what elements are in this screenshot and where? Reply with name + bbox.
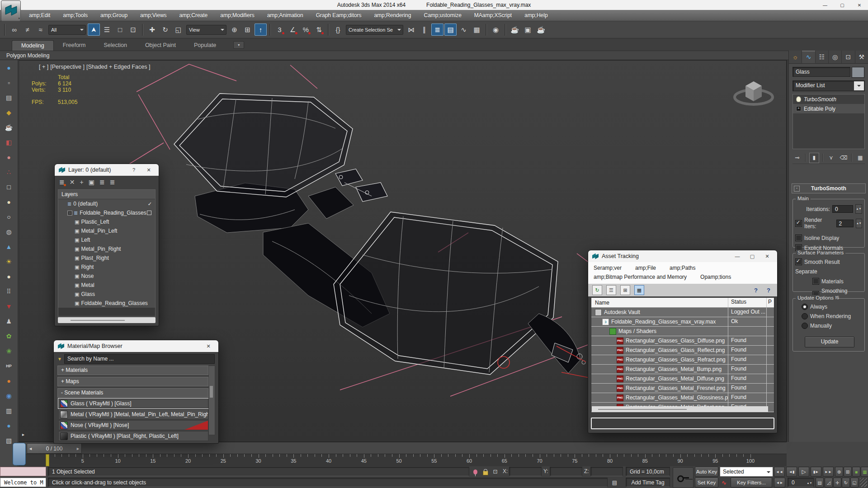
next-frame-arrow[interactable]: ► (75, 446, 81, 451)
pan-icon[interactable]: ✛ (833, 478, 841, 488)
modifier-stack-item[interactable]: TurboSmooth (793, 94, 864, 104)
go-to-start-button[interactable]: ◄◄ (774, 467, 785, 477)
hierarchy-view-icon[interactable]: ⊞ (620, 285, 630, 295)
materials-checkbox[interactable] (812, 278, 819, 285)
left-toolbar-icon-8[interactable]: ∴ (3, 166, 15, 178)
menu-camp-ustomize[interactable]: Camp;ustomize (417, 10, 467, 21)
select-and-move-icon[interactable]: ✚ (146, 23, 158, 36)
rollout-scene-materials[interactable]: - Scene Materials (57, 388, 208, 398)
highlight-selected-layer-icon[interactable]: ≣ (110, 178, 115, 186)
hierarchy-tab[interactable]: ☷ (816, 51, 829, 63)
asset-table-hscrollbar[interactable] (592, 406, 768, 412)
modify-tab[interactable]: ∿ (802, 51, 815, 63)
close-icon[interactable]: ✕ (761, 253, 773, 259)
set-current-layer-icon[interactable]: ≣ (99, 178, 105, 186)
macro-recorder-box[interactable] (0, 467, 46, 476)
left-toolbar-icon-1[interactable]: ● (3, 62, 15, 74)
menu-graph-eamp-ditors[interactable]: Graph Eamp;ditors (310, 10, 368, 21)
spinner-snap-icon[interactable]: ⇅ (313, 23, 325, 36)
asset-row[interactable]: PNGRectangular_Glasses_Glass_Diffuse.png… (591, 336, 774, 346)
ribbon-toggle-icon[interactable]: ▤ (444, 23, 457, 36)
key-filters-button[interactable]: Key Filters... (731, 478, 772, 488)
material-item[interactable]: Nose ( VRayMtl ) [Nose] (58, 420, 208, 430)
view-cube[interactable] (732, 72, 775, 113)
edit-named-selection-sets-icon[interactable]: {} (332, 23, 344, 36)
object-name-field[interactable]: Glass (793, 67, 850, 77)
pin-stack-icon[interactable]: ⊸ (793, 153, 802, 163)
left-toolbar-icon-2[interactable]: ▫ (3, 77, 15, 89)
left-toolbar-icon-5[interactable]: ☕ (3, 122, 15, 133)
create-tab[interactable]: ☼ (789, 51, 802, 63)
percent-snap-icon[interactable]: % (300, 23, 312, 36)
go-to-end-button[interactable]: ►► (823, 467, 834, 477)
iterations-spinner[interactable]: ▲▼ (855, 204, 862, 214)
previous-frame-button[interactable]: ◄▮ (786, 467, 797, 477)
configure-modifier-sets-icon[interactable]: ▦ (855, 153, 865, 163)
zoom-icon[interactable]: ⊕ (835, 467, 843, 477)
create-new-layer-icon[interactable]: ≣ (59, 178, 65, 186)
menu-amp-edit[interactable]: amp;Edit (23, 10, 57, 21)
make-unique-icon[interactable]: ⋎ (826, 153, 836, 163)
layer-list-hscrollbar[interactable] (58, 317, 156, 323)
radio-manually[interactable] (802, 323, 808, 329)
modifier-on-bulb-icon[interactable] (796, 96, 801, 102)
time-configuration-icon[interactable]: ▤ (816, 478, 824, 488)
select-and-manipulate-icon[interactable]: ⊞ (241, 23, 254, 36)
asset-row[interactable]: ϶Foldable_Reading_Glasses_max_vray.maxOk (591, 317, 774, 327)
utilities-tab[interactable]: ⚒ (855, 51, 868, 63)
asset-menu-opamp-tions[interactable]: Opamp;tions (700, 272, 731, 282)
layer-row[interactable]: ▣Metal_Pin_Right (58, 244, 155, 253)
asset-menu-amp-paths[interactable]: amp;Paths (670, 263, 695, 272)
x-coordinate-field[interactable] (509, 467, 542, 476)
y-coordinate-field[interactable] (550, 467, 582, 476)
expand-icon[interactable]: + (796, 106, 801, 111)
maximize-viewport-icon[interactable]: ◱ (850, 478, 859, 488)
play-button[interactable]: ▷ (798, 467, 809, 477)
render-iters-spinner[interactable]: ▲▼ (856, 219, 862, 228)
close-icon[interactable]: ✕ (143, 167, 155, 173)
tab-modeling[interactable]: Modeling (12, 40, 54, 51)
table-view-icon[interactable]: ▦ (634, 285, 644, 295)
current-frame-marker[interactable] (46, 454, 49, 466)
modifier-list-dropdown[interactable]: Modifier List (793, 80, 865, 91)
maxscript-mini-listener[interactable]: Welcome to M (0, 478, 46, 487)
motion-tab[interactable]: ◎ (829, 51, 842, 63)
asset-tracking-titlebar[interactable]: Asset Tracking — ▢ ✕ (588, 250, 777, 262)
turbosmooth-rollout-header[interactable]: - TurboSmooth (792, 183, 866, 193)
mirror-icon[interactable]: ⋈ (405, 23, 417, 36)
material-search-input[interactable]: Search by Name ... (64, 354, 215, 364)
left-toolbar-icon-7[interactable]: ● (3, 151, 15, 163)
collapse-icon[interactable]: - (794, 186, 800, 192)
asset-row[interactable]: PNGRectangular_Glasses_Metal_Fresnel.png… (591, 384, 774, 393)
select-highlighted-objects-icon[interactable]: ▣ (89, 178, 94, 186)
menu-amp-create[interactable]: amp;Create (173, 10, 214, 21)
zoom-extents-all-icon[interactable]: ▦ (861, 467, 868, 477)
viewport-menu-general[interactable]: [ + ] (39, 64, 48, 70)
object-color-swatch[interactable] (852, 67, 864, 78)
material-item[interactable]: Metal ( VRayMtl ) [Metal, Metal_Pin_Left… (58, 409, 208, 419)
menu-amp-animation[interactable]: amp;Animation (261, 10, 310, 21)
left-toolbar-icon-23[interactable]: ◉ (3, 390, 15, 402)
layers-column-header[interactable]: Layers (58, 190, 155, 199)
use-pivot-point-center-icon[interactable]: ⊕ (228, 23, 241, 36)
left-toolbar-icon-13[interactable]: ▲ (3, 241, 15, 253)
select-and-link-icon[interactable]: ∞ (8, 23, 20, 36)
close-button[interactable]: ✕ (851, 0, 868, 10)
delete-highlighted-layer-icon[interactable]: ✕ (70, 178, 75, 186)
align-icon[interactable]: ∥ (418, 23, 430, 36)
minimize-icon[interactable]: — (731, 253, 743, 259)
help-web-icon[interactable]: ? (751, 286, 760, 295)
display-tab[interactable]: ⊡ (842, 51, 855, 63)
left-toolbar-icon-18[interactable]: ♟ (3, 315, 15, 327)
rollout-maps[interactable]: + Maps (57, 377, 208, 386)
asset-menu-amp-file[interactable]: amp;File (635, 263, 656, 272)
communicate-icon[interactable] (471, 467, 480, 476)
chevron-down-icon[interactable] (854, 81, 864, 90)
menu-amp-tools[interactable]: amp;Tools (57, 10, 94, 21)
rectangular-selection-region-icon[interactable]: □ (114, 23, 126, 36)
auto-key-button[interactable]: Auto Key (695, 467, 718, 477)
tab-object-paint[interactable]: Object Paint (136, 40, 185, 51)
left-toolbar-icon-21[interactable]: HP (3, 360, 15, 372)
smooth-result-checkbox[interactable] (795, 258, 802, 265)
menu-maamp-xscript[interactable]: MAamp;XScript (468, 10, 518, 21)
